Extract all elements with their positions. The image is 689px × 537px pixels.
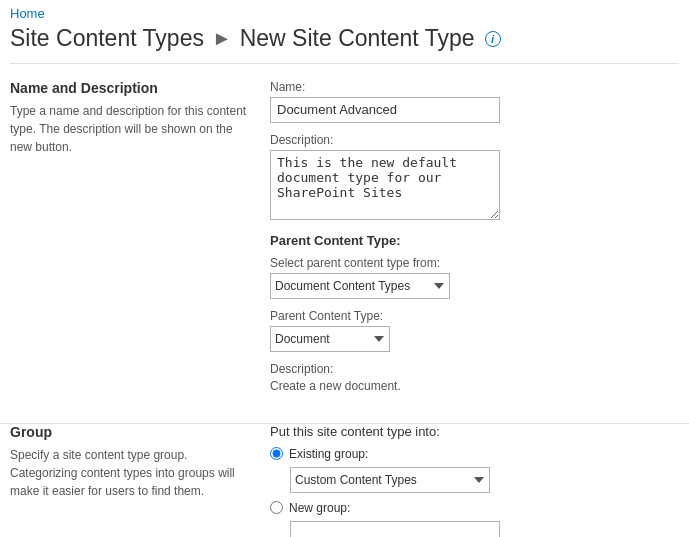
new-group-radio-label[interactable]: New group: (289, 501, 350, 515)
name-desc-description: Type a name and description for this con… (10, 102, 250, 156)
select-from-group: Select parent content type from: Documen… (270, 256, 679, 299)
existing-group-select-row: Custom Content Types _Hidden Business In… (290, 467, 679, 493)
description-label: Description: (270, 133, 679, 147)
parent-type-dropdown[interactable]: Document Form Picture (270, 326, 390, 352)
left-panel-name-desc: Name and Description Type a name and des… (10, 80, 250, 403)
existing-group-wrapper: Custom Content Types _Hidden Business In… (290, 467, 490, 493)
parent-type-label: Parent Content Type: (270, 309, 679, 323)
info-icon[interactable]: i (485, 31, 501, 47)
existing-group-radio-label[interactable]: Existing group: (289, 447, 368, 461)
select-from-wrapper: Document Content Types List Content Type… (270, 273, 450, 299)
parent-desc-label: Description: (270, 362, 679, 376)
parent-desc-value: Create a new document. (270, 379, 679, 393)
new-group-input-row (290, 521, 679, 537)
main-layout: Name and Description Type a name and des… (0, 64, 689, 403)
description-textarea[interactable]: This is the new default document type fo… (270, 150, 500, 220)
parent-content-section: Parent Content Type: Select parent conte… (270, 233, 679, 393)
select-from-dropdown[interactable]: Document Content Types List Content Type… (270, 273, 450, 299)
group-right: Put this site content type into: Existin… (270, 424, 679, 537)
name-field-group: Name: (270, 80, 679, 123)
new-group-radio-row: New group: (270, 501, 679, 515)
existing-group-dropdown[interactable]: Custom Content Types _Hidden Business In… (290, 467, 490, 493)
existing-group-radio[interactable] (270, 447, 283, 460)
name-desc-title: Name and Description (10, 80, 250, 96)
page-title-part2: New Site Content Type (240, 25, 475, 53)
home-link[interactable]: Home (10, 6, 45, 21)
breadcrumb: Home (0, 0, 689, 23)
page-title-part1: Site Content Types (10, 25, 204, 53)
parent-type-wrapper: Document Form Picture (270, 326, 390, 352)
group-title: Group (10, 424, 250, 440)
group-description: Specify a site content type group. Categ… (10, 446, 250, 500)
title-arrow: ► (212, 27, 232, 50)
name-label: Name: (270, 80, 679, 94)
left-panel-group: Group Specify a site content type group.… (10, 424, 250, 537)
new-group-radio[interactable] (270, 501, 283, 514)
right-panel-name-desc: Name: Description: This is the new defau… (270, 80, 679, 403)
select-from-label: Select parent content type from: (270, 256, 679, 270)
group-layout: Group Specify a site content type group.… (0, 424, 689, 537)
parent-type-group: Parent Content Type: Document Form Pictu… (270, 309, 679, 352)
existing-group-radio-row: Existing group: (270, 447, 679, 461)
name-input[interactable] (270, 97, 500, 123)
page-title-bar: Site Content Types ► New Site Content Ty… (0, 23, 689, 63)
new-group-input[interactable] (290, 521, 500, 537)
parent-desc-group: Description: Create a new document. (270, 362, 679, 393)
parent-content-label: Parent Content Type: (270, 233, 679, 248)
put-into-label: Put this site content type into: (270, 424, 679, 439)
description-field-group: Description: This is the new default doc… (270, 133, 679, 223)
